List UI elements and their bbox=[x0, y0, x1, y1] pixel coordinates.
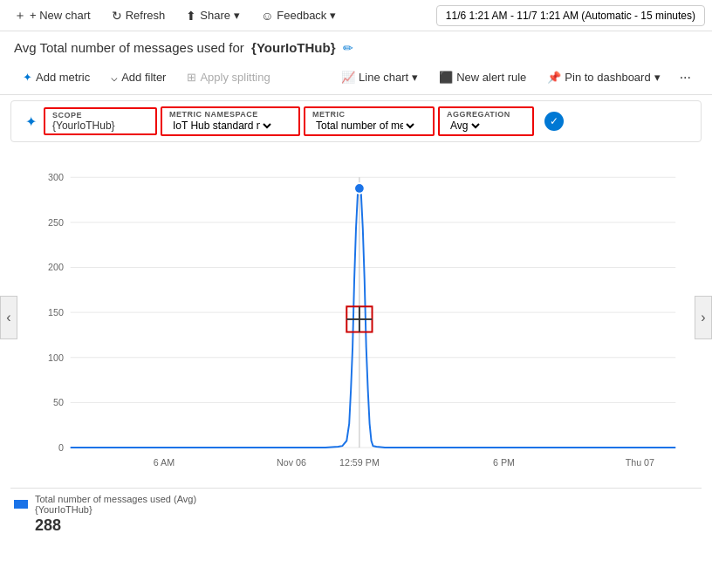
share-label: Share bbox=[200, 9, 230, 22]
legend-color-swatch bbox=[14, 500, 28, 509]
legend-label-text: Total number of messages used (Avg) bbox=[35, 494, 196, 504]
feedback-icon: ☺ bbox=[261, 9, 273, 23]
scope-value: {YourIoTHub} bbox=[52, 120, 148, 132]
svg-text:0: 0 bbox=[58, 442, 64, 453]
svg-text:6 AM: 6 AM bbox=[154, 457, 175, 468]
metric-select[interactable]: Total number of me... bbox=[312, 119, 417, 133]
feedback-chevron-icon: ▾ bbox=[330, 9, 336, 22]
aggregation-filter-group: AGGREGATION Avg bbox=[438, 106, 534, 136]
svg-text:Thu 07: Thu 07 bbox=[626, 457, 654, 468]
scope-filter-group: SCOPE {YourIoTHub} bbox=[44, 107, 157, 135]
chart-legend: Total number of messages used (Avg) {You… bbox=[0, 489, 712, 540]
pin-icon: 📌 bbox=[547, 71, 561, 84]
chart-title-prefix: Avg Total number of messages used for bbox=[14, 40, 244, 55]
svg-text:12:59 PM: 12:59 PM bbox=[339, 457, 380, 468]
more-options-button[interactable]: ··· bbox=[673, 65, 698, 90]
pin-to-dashboard-label: Pin to dashboard bbox=[565, 71, 650, 84]
svg-text:Nov 06: Nov 06 bbox=[277, 457, 306, 468]
new-chart-label: + New chart bbox=[30, 9, 91, 22]
top-toolbar: ＋ + New chart ↻ Refresh ⬆ Share ▾ ☺ Feed… bbox=[0, 0, 712, 31]
chart-title-scope: {YourIoTHub} bbox=[251, 40, 335, 55]
apply-splitting-label: Apply splitting bbox=[200, 71, 270, 84]
aggregation-select[interactable]: Avg bbox=[447, 119, 483, 133]
add-metric-icon: ✦ bbox=[23, 71, 32, 84]
svg-text:100: 100 bbox=[48, 352, 64, 363]
legend-label: Total number of messages used (Avg) {You… bbox=[35, 494, 196, 515]
new-chart-button[interactable]: ＋ + New chart bbox=[7, 4, 98, 27]
pin-to-dashboard-button[interactable]: 📌 Pin to dashboard ▾ bbox=[538, 66, 668, 88]
metric-filter-group: METRIC Total number of me... bbox=[304, 106, 435, 136]
left-arrow-icon: ‹ bbox=[6, 310, 10, 325]
svg-text:300: 300 bbox=[48, 172, 64, 182]
new-alert-rule-button[interactable]: ⬛ New alert rule bbox=[430, 66, 535, 88]
svg-text:150: 150 bbox=[48, 307, 64, 318]
chart-svg: 300 250 200 150 100 50 0 6 AM Nov bbox=[28, 147, 684, 488]
metric-filter-row: ✦ SCOPE {YourIoTHub} METRIC NAMESPACE Io… bbox=[10, 100, 702, 142]
filter-icon: ⌵ bbox=[111, 71, 118, 84]
refresh-label: Refresh bbox=[126, 9, 166, 22]
edit-title-icon[interactable]: ✏ bbox=[343, 41, 353, 55]
namespace-filter-group: METRIC NAMESPACE IoT Hub standard m... bbox=[161, 106, 300, 136]
add-filter-button[interactable]: ⌵ Add filter bbox=[102, 66, 175, 88]
share-button[interactable]: ⬆ Share ▾ bbox=[179, 5, 247, 26]
feedback-label: Feedback bbox=[277, 9, 326, 22]
svg-text:250: 250 bbox=[48, 217, 64, 228]
split-icon: ⊞ bbox=[187, 71, 196, 84]
svg-point-20 bbox=[354, 183, 365, 194]
action-toolbar: ✦ Add metric ⌵ Add filter ⊞ Apply splitt… bbox=[0, 60, 712, 95]
svg-text:50: 50 bbox=[53, 397, 64, 407]
apply-splitting-button[interactable]: ⊞ Apply splitting bbox=[178, 66, 278, 88]
feedback-button[interactable]: ☺ Feedback ▾ bbox=[254, 5, 343, 26]
svg-text:6 PM: 6 PM bbox=[493, 457, 515, 468]
new-alert-rule-label: New alert rule bbox=[456, 71, 526, 84]
chart-container: 300 250 200 150 100 50 0 6 AM Nov bbox=[28, 147, 684, 488]
add-metric-label: Add metric bbox=[36, 71, 90, 84]
metric-filter-icon: ✦ bbox=[25, 113, 37, 130]
add-filter-label: Add filter bbox=[121, 71, 166, 84]
add-metric-button[interactable]: ✦ Add metric bbox=[14, 66, 99, 88]
alert-icon: ⬛ bbox=[439, 71, 453, 84]
line-chart-label: Line chart bbox=[359, 71, 408, 84]
svg-text:200: 200 bbox=[48, 262, 64, 272]
time-range-button[interactable]: 11/6 1:21 AM - 11/7 1:21 AM (Automatic -… bbox=[436, 5, 705, 26]
time-range-label: 11/6 1:21 AM - 11/7 1:21 AM (Automatic -… bbox=[446, 10, 695, 22]
scope-label: SCOPE bbox=[52, 111, 148, 120]
share-icon: ⬆ bbox=[186, 9, 196, 23]
aggregation-label: AGGREGATION bbox=[447, 110, 525, 119]
legend-item: Total number of messages used (Avg) {You… bbox=[14, 494, 698, 515]
chart-nav-right[interactable]: › bbox=[695, 296, 712, 339]
legend-sublabel-text: {YourIoTHub} bbox=[35, 504, 92, 515]
metric-label: METRIC bbox=[312, 110, 426, 119]
legend-value: 288 bbox=[14, 516, 698, 535]
pin-chevron-icon: ▾ bbox=[654, 71, 661, 84]
share-chevron-icon: ▾ bbox=[234, 9, 240, 22]
chart-nav-left[interactable]: ‹ bbox=[0, 296, 17, 339]
namespace-label: METRIC NAMESPACE bbox=[169, 110, 291, 119]
right-arrow-icon: › bbox=[701, 310, 705, 325]
plus-icon: ＋ bbox=[14, 8, 26, 24]
confirm-check-icon[interactable]: ✓ bbox=[544, 112, 564, 131]
refresh-button[interactable]: ↻ Refresh bbox=[105, 5, 173, 26]
namespace-select[interactable]: IoT Hub standard m... bbox=[169, 119, 274, 133]
refresh-icon: ↻ bbox=[112, 9, 122, 23]
line-chart-chevron-icon: ▾ bbox=[412, 71, 418, 84]
chart-title: Avg Total number of messages used for {Y… bbox=[14, 40, 336, 55]
chart-title-area: Avg Total number of messages used for {Y… bbox=[0, 31, 712, 60]
line-chart-button[interactable]: 📈 Line chart ▾ bbox=[332, 66, 427, 88]
line-chart-icon: 📈 bbox=[341, 71, 355, 84]
